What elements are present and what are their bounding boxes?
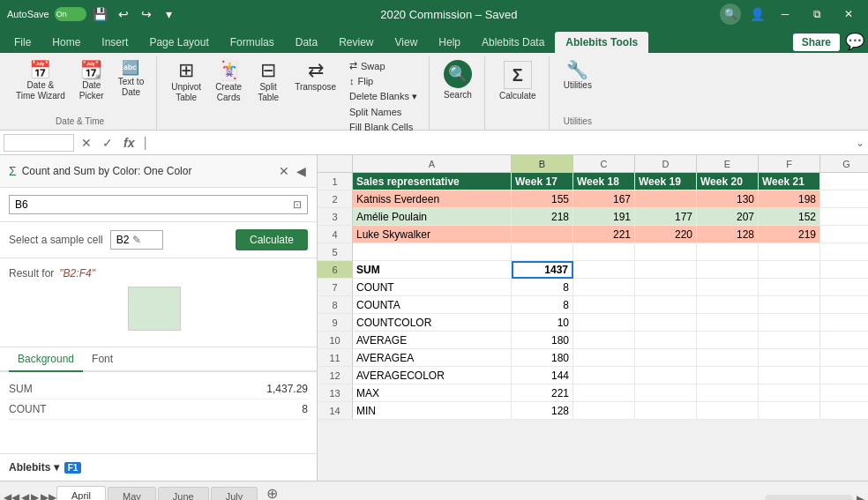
cell-d1[interactable]: Week 19 [635,173,697,190]
cell-f4[interactable]: 219 [759,226,820,243]
cell-f3[interactable]: 152 [759,208,820,226]
redo-icon[interactable]: ↪ [138,5,155,23]
cell-g2[interactable] [820,190,868,208]
formula-fx-icon[interactable]: fx [120,134,138,152]
cell-a12[interactable]: AVERAGECOLOR [353,367,512,384]
cell-g10[interactable] [820,332,868,349]
cell-c6[interactable] [573,261,635,279]
cell-g6[interactable] [820,261,868,279]
cell-c13[interactable] [573,384,635,402]
cell-b10[interactable]: 180 [512,332,573,349]
tab-ablebits-tools[interactable]: Ablebits Tools [555,32,648,53]
cell-g14[interactable] [820,402,868,420]
cell-g13[interactable] [820,384,868,402]
scroll-right-icon[interactable]: ▶ [857,493,864,500]
panel-calculate-button[interactable]: Calculate [236,229,308,250]
cell-c9[interactable] [573,314,635,332]
cell-f6[interactable] [759,261,820,279]
formula-confirm-icon[interactable]: ✓ [99,134,116,152]
sheet-nav-prev-prev[interactable]: ◀◀ [4,491,19,500]
cell-a1[interactable]: Sales representative [353,173,512,190]
cell-reference-input[interactable]: B6 [4,134,74,152]
cell-d3[interactable]: 177 [635,208,697,226]
cell-b12[interactable]: 144 [512,367,573,384]
cell-e1[interactable]: Week 20 [697,173,759,190]
cell-b6[interactable]: 1437 [512,261,573,279]
minimize-button[interactable]: ─ [773,2,797,26]
cell-d13[interactable] [635,384,697,402]
cell-g4[interactable] [820,226,868,243]
cell-d11[interactable] [635,349,697,367]
cell-b7[interactable]: 8 [512,279,573,296]
cell-a13[interactable]: MAX [353,384,512,402]
add-sheet-button[interactable]: ⊕ [259,481,285,500]
cell-f8[interactable] [759,296,820,314]
cell-f5[interactable] [759,243,820,261]
cell-a11[interactable]: AVERAGEA [353,349,512,367]
cell-f13[interactable] [759,384,820,402]
search-icon-title[interactable]: 🔍 [720,4,741,25]
cell-c3[interactable]: 191 [573,208,635,226]
text-to-date-button[interactable]: 🔤 Text toDate [113,58,149,101]
cell-e3[interactable]: 207 [697,208,759,226]
cell-e10[interactable] [697,332,759,349]
sheet-nav-next[interactable]: ▶ [31,491,39,500]
tab-view[interactable]: View [385,32,429,53]
tab-font[interactable]: Font [83,347,122,372]
cell-b1[interactable]: Week 17 [512,173,573,190]
split-names-button[interactable]: Split Names [345,105,422,119]
undo-icon[interactable]: ↩ [115,5,132,23]
cell-c12[interactable] [573,367,635,384]
tab-data[interactable]: Data [285,32,328,53]
ablebits-logo[interactable]: Ablebits ▾ [9,461,59,474]
cell-e13[interactable] [697,384,759,402]
cell-b13[interactable]: 221 [512,384,573,402]
cell-a2[interactable]: Katniss Everdeen [353,190,512,208]
cell-d8[interactable] [635,296,697,314]
cell-e4[interactable]: 128 [697,226,759,243]
close-button[interactable]: ✕ [836,2,861,26]
cell-b3[interactable]: 218 [512,208,573,226]
cell-c8[interactable] [573,296,635,314]
sheet-tab-may[interactable]: May [108,487,156,500]
tab-background[interactable]: Background [9,347,83,372]
cell-e11[interactable] [697,349,759,367]
cell-e6[interactable] [697,261,759,279]
cell-e5[interactable] [697,243,759,261]
cell-a10[interactable]: AVERAGE [353,332,512,349]
formula-expand-icon[interactable]: ⌄ [856,137,864,149]
cell-c14[interactable] [573,402,635,420]
f1-badge[interactable]: F1 [64,462,82,474]
tab-home[interactable]: Home [41,32,91,53]
tab-formulas[interactable]: Formulas [220,32,285,53]
cell-g11[interactable] [820,349,868,367]
panel-input-icon[interactable]: ⊡ [293,198,302,211]
search-button[interactable]: 🔍 Search [438,58,477,101]
cell-f10[interactable] [759,332,820,349]
cell-a8[interactable]: COUNTA [353,296,512,314]
cell-d9[interactable] [635,314,697,332]
cell-g1[interactable] [820,173,868,190]
cell-c1[interactable]: Week 18 [573,173,635,190]
cell-d4[interactable]: 220 [635,226,697,243]
cell-d10[interactable] [635,332,697,349]
cell-d14[interactable] [635,402,697,420]
tab-insert[interactable]: Insert [91,32,138,53]
cell-a4[interactable]: Luke Skywalker [353,226,512,243]
create-cards-button[interactable]: 🃏 CreateCards [210,58,247,106]
tab-ablebits-data[interactable]: Ablebits Data [471,32,555,53]
cell-f7[interactable] [759,279,820,296]
cell-c10[interactable] [573,332,635,349]
cell-c7[interactable] [573,279,635,296]
cell-d5[interactable] [635,243,697,261]
comments-icon[interactable]: 💬 [845,32,864,51]
cell-g5[interactable] [820,243,868,261]
cell-a3[interactable]: Amélie Poulain [353,208,512,226]
cell-b4[interactable] [512,226,573,243]
tab-page-layout[interactable]: Page Layout [138,32,219,53]
cell-e14[interactable] [697,402,759,420]
delete-blanks-button[interactable]: Delete Blanks ▾ [345,89,422,104]
cell-e8[interactable] [697,296,759,314]
cell-f1[interactable]: Week 21 [759,173,820,190]
cell-b14[interactable]: 128 [512,402,573,420]
